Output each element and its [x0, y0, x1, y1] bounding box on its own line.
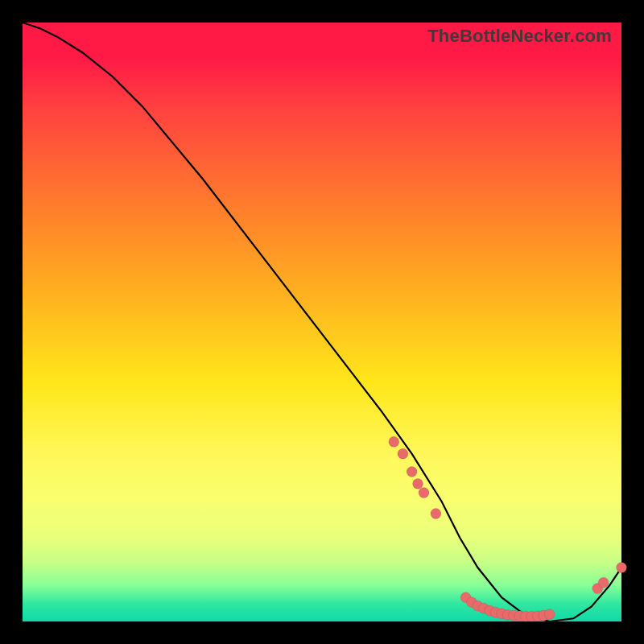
chart-svg — [23, 23, 621, 621]
data-point — [398, 448, 408, 459]
data-point — [598, 577, 609, 588]
chart-frame: TheBottleNecker.com — [0, 0, 644, 644]
data-point — [407, 467, 417, 477]
data-point — [413, 478, 423, 489]
bottleneck-curve-line — [23, 23, 621, 621]
data-point — [419, 488, 429, 498]
marker-group — [389, 436, 627, 621]
data-point — [389, 436, 399, 447]
data-point — [431, 509, 441, 519]
data-point — [617, 563, 627, 573]
data-point — [544, 609, 555, 620]
plot-area: TheBottleNecker.com — [23, 23, 621, 621]
